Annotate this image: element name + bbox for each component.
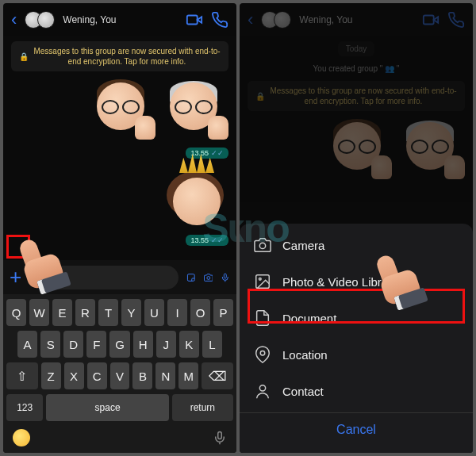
svg-point-2 xyxy=(207,276,210,279)
sheet-option-location[interactable]: Location xyxy=(240,336,473,373)
svg-rect-4 xyxy=(218,432,222,439)
back-icon[interactable]: ‹ xyxy=(11,10,17,30)
chat-title: Wening, You xyxy=(299,14,414,25)
date-separator: Today xyxy=(338,41,375,56)
contact-icon xyxy=(254,382,271,400)
camera-icon xyxy=(254,236,271,254)
key-k[interactable]: K xyxy=(179,331,199,358)
video-call-icon xyxy=(422,11,440,29)
key-j[interactable]: J xyxy=(156,331,176,358)
photo-icon xyxy=(254,273,271,290)
document-icon xyxy=(254,309,271,327)
sheet-option-camera[interactable]: Camera xyxy=(240,227,473,263)
svg-rect-3 xyxy=(225,274,227,278)
sheet-label: Camera xyxy=(282,239,324,252)
key-t[interactable]: T xyxy=(98,299,118,326)
phone-left: ‹ Wening, You 🔒 Messages to this group a… xyxy=(3,3,236,453)
key-f[interactable]: F xyxy=(86,331,106,358)
sticker-memoji-2[interactable] xyxy=(165,78,228,141)
sticker-memoji-1[interactable] xyxy=(92,78,155,141)
key-x[interactable]: X xyxy=(64,362,84,389)
sticker-message xyxy=(165,165,228,228)
attach-button[interactable]: + xyxy=(10,265,21,289)
key-q[interactable]: Q xyxy=(6,299,26,326)
back-icon[interactable]: ‹ xyxy=(248,10,253,30)
space-key[interactable]: space xyxy=(46,394,168,421)
key-v[interactable]: V xyxy=(110,362,130,389)
encryption-notice: 🔒Messages to this group are now secured … xyxy=(248,81,465,111)
key-u[interactable]: U xyxy=(144,299,164,326)
key-o[interactable]: O xyxy=(190,299,210,326)
emoji-key[interactable] xyxy=(13,429,30,446)
encryption-notice[interactable]: 🔒 Messages to this group are now secured… xyxy=(11,41,228,71)
key-n[interactable]: N xyxy=(155,362,175,389)
sticker-icon[interactable] xyxy=(186,270,196,285)
key-r[interactable]: R xyxy=(75,299,95,326)
message-input[interactable] xyxy=(29,266,178,289)
key-m[interactable]: M xyxy=(178,362,198,389)
sheet-option-photo-video[interactable]: Photo & Video Library xyxy=(240,263,473,300)
sheet-label: Contact xyxy=(282,385,324,398)
shift-key[interactable]: ⇧ xyxy=(6,362,38,389)
svg-point-6 xyxy=(259,243,265,248)
keyboard: QWERTYUIOP ASDFGHJKL ⇧ ZXCVBNM ⌫ 123 spa… xyxy=(3,294,236,453)
location-icon xyxy=(254,346,271,363)
phone-right: ‹ Wening, You Today You created group " … xyxy=(240,3,473,453)
read-receipt-icon: ✓✓ xyxy=(211,149,224,157)
key-h[interactable]: H xyxy=(133,331,153,358)
key-b[interactable]: B xyxy=(132,362,152,389)
sticker-memoji-3[interactable] xyxy=(165,165,228,228)
key-y[interactable]: Y xyxy=(121,299,141,326)
numbers-key[interactable]: 123 xyxy=(6,394,43,421)
sheet-option-document[interactable]: Document xyxy=(240,300,473,336)
chat-body: 🔒 Messages to this group are now secured… xyxy=(3,36,236,260)
backspace-key[interactable]: ⌫ xyxy=(202,362,233,389)
key-e[interactable]: E xyxy=(52,299,72,326)
svg-rect-0 xyxy=(187,16,198,25)
svg-rect-5 xyxy=(424,16,434,25)
key-i[interactable]: I xyxy=(167,299,187,326)
sticker-message xyxy=(92,78,228,141)
key-g[interactable]: G xyxy=(109,331,129,358)
chat-header: ‹ Wening, You xyxy=(3,3,236,36)
voice-call-icon[interactable] xyxy=(211,11,228,29)
voice-call-icon xyxy=(447,11,465,29)
sheet-cancel-button[interactable]: Cancel xyxy=(240,412,473,446)
key-c[interactable]: C xyxy=(87,362,107,389)
key-w[interactable]: W xyxy=(29,299,49,326)
group-avatars[interactable] xyxy=(25,11,55,29)
avatar xyxy=(37,11,55,29)
chat-title[interactable]: Wening, You xyxy=(63,14,178,25)
svg-point-8 xyxy=(259,278,261,280)
sheet-label: Document xyxy=(282,312,336,325)
read-receipt-icon: ✓✓ xyxy=(211,236,224,244)
dictation-icon[interactable] xyxy=(213,431,227,445)
sheet-label: Location xyxy=(282,348,328,362)
key-p[interactable]: P xyxy=(213,299,233,326)
svg-rect-1 xyxy=(188,274,195,281)
system-message: You created group " 👥 " xyxy=(312,63,401,75)
svg-point-10 xyxy=(259,385,265,391)
svg-point-9 xyxy=(260,351,265,355)
sheet-option-contact[interactable]: Contact xyxy=(240,373,473,409)
key-d[interactable]: D xyxy=(63,331,83,358)
group-avatars xyxy=(261,11,291,29)
lock-icon: 🔒 xyxy=(19,52,29,62)
return-key[interactable]: return xyxy=(172,394,233,421)
chat-header: ‹ Wening, You xyxy=(240,3,473,36)
video-call-icon[interactable] xyxy=(186,11,203,29)
key-a[interactable]: A xyxy=(17,331,37,358)
message-timestamp: 13.55✓✓ xyxy=(186,235,228,246)
key-z[interactable]: Z xyxy=(41,362,61,389)
key-l[interactable]: L xyxy=(202,331,222,358)
message-input-bar: + xyxy=(3,260,236,294)
camera-icon[interactable] xyxy=(204,270,213,285)
attachment-action-sheet: Camera Photo & Video Library Document Lo… xyxy=(240,224,473,453)
key-s[interactable]: S xyxy=(40,331,60,358)
sheet-label: Photo & Video Library xyxy=(282,275,398,289)
microphone-icon[interactable] xyxy=(221,270,230,285)
